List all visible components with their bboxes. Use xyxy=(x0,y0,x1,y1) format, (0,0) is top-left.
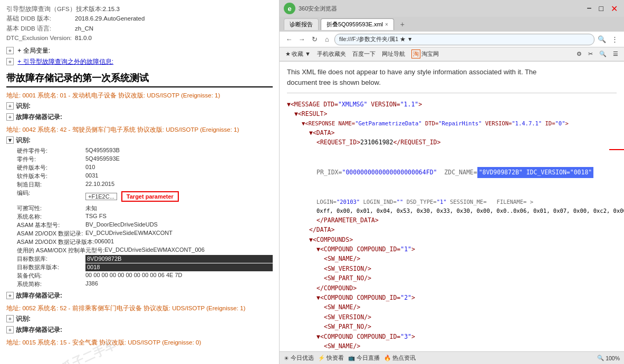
tab-xml[interactable]: 折叠5Q0959593E.xml × xyxy=(321,18,394,30)
more-btn[interactable]: ⋮ xyxy=(609,34,620,45)
xml-notice-line1: This XML file does not appear to have an… xyxy=(287,68,536,76)
ident1-label: 识别: xyxy=(16,102,31,111)
didb-ver-label: 基础 DIDB 版本: xyxy=(6,14,75,23)
taobao-icon: 淘 xyxy=(411,50,420,58)
search-icon[interactable]: 🔍 xyxy=(597,34,607,45)
xml-line-2: ▼<RESPONSE NAME="GetParametrizeData" DTD… xyxy=(287,119,617,128)
left-panel: 引导型故障查询（GFS）技术版本:2.15.3 基础 DIDB 版本:2018.… xyxy=(0,0,280,364)
toolbar-search2[interactable]: 🔍 xyxy=(598,50,608,58)
toolbar-menu[interactable]: ☰ xyxy=(611,50,620,58)
browser-chrome: e 360安全浏览器 − □ ✕ 诊断报告 折叠5Q0959593E.xml ×… xyxy=(280,0,624,62)
toolbar-collect[interactable]: ★ 收藏 ▼ xyxy=(284,50,312,58)
global-vars-expand[interactable]: + xyxy=(6,47,14,54)
xml-line-15: </COMPOUND> xyxy=(287,283,617,293)
sw-ver-row: 软件版本号: 0031 xyxy=(17,172,273,180)
toolbar-baidu[interactable]: 百度一下 xyxy=(351,50,377,58)
new-tab-btn[interactable]: + xyxy=(396,18,409,30)
xml-line-19: <SW_PART_NO/> xyxy=(287,322,617,331)
subsystem3-title: 地址: 0052 系统名: 52 - 前排乘客侧车门电子设备 协议改版: UDS… xyxy=(6,304,273,312)
ident2-expand[interactable]: ▼ xyxy=(6,136,14,144)
fault4-block: + 故障存储器记录: xyxy=(6,326,273,335)
highlighted-params: "8VD909872B" IDC_VERSION="0018" xyxy=(477,167,594,178)
code-row: 编码: +F1E2C... Target parameter xyxy=(17,189,273,204)
subsystem2-events-link[interactable]: Ereignisse: 1 xyxy=(202,126,237,133)
collect-label: 收藏 ▼ xyxy=(292,50,311,58)
asam-2d-ver-row: ASAM 2D/ODX 数据记录版本: 006001 xyxy=(17,238,273,246)
writable-row: 可擦写性: 未知 xyxy=(17,204,273,212)
fault1-block: + 故障存储器记录: xyxy=(6,113,273,122)
address-text: file:///F:/参数文件夹/属1 ★ ▼ xyxy=(339,36,412,43)
ident3-label: 识别: xyxy=(16,314,31,323)
xml-line-4: <REQUEST_ID>231061982</REQUEST_ID> xyxy=(287,137,617,147)
xml-line-21: <SW_NAME/> xyxy=(287,341,617,351)
subsystem2-title: 地址: 0042 系统名: 42 - 驾驶员侧车门电子系统 协议改版: UDS/… xyxy=(6,126,273,134)
subsystem3-events-link[interactable]: Ereignisse: 1 xyxy=(208,305,244,311)
target-data-ver-row: 目标数据库版本: 0018 xyxy=(17,263,273,271)
toolbar-mobile[interactable]: 手机收藏夹 xyxy=(315,50,348,58)
browser-statusbar: ☀ 今日优选 ⚡ 快资看 📺 今日直播 🔥 热点资讯 🔍 100% xyxy=(280,351,624,364)
xml-line-20: ▼<COMPOUND COMPOUND_ID="3"> xyxy=(287,332,617,341)
dtc-excl-val: 81.0.0 xyxy=(75,35,92,41)
ident3-expand[interactable]: + xyxy=(6,315,14,322)
forward-btn[interactable]: → xyxy=(296,34,307,45)
xml-line-12: <SW_NAME/> xyxy=(287,254,617,263)
xml-notice: This XML file does not appear to have an… xyxy=(287,67,617,93)
toolbar-cut[interactable]: ✂ xyxy=(587,50,594,58)
close-icon[interactable]: ✕ xyxy=(611,4,618,14)
toolbar-webguide[interactable]: 网址导航 xyxy=(380,50,407,58)
gfs-label: 引导型故障查询（GFS）技术版本: xyxy=(6,4,103,14)
quick-reply-item[interactable]: ⚡ 快资看 xyxy=(318,355,344,362)
hw-ver-row: 硬件版本号: 010 xyxy=(17,164,273,172)
restore-icon[interactable]: □ xyxy=(599,4,603,13)
minimize-icon[interactable]: − xyxy=(587,4,591,13)
fault3-expand[interactable]: + xyxy=(6,292,14,299)
subsystem4-events-link[interactable]: Ereignisse: 0 xyxy=(164,339,199,346)
today-update-icon: ☀ xyxy=(284,355,289,361)
equipment-row: 装备代码: 00 00 00 00 00 00 00 00 00 06 4E 7… xyxy=(17,272,273,280)
tab-bar: 诊断报告 折叠5Q0959593E.xml × + xyxy=(280,17,624,32)
date-row: 制造日期: 22.10.2015 xyxy=(17,181,273,189)
fault1-expand[interactable]: + xyxy=(6,113,14,121)
asam-basic-row: ASAM 基本型号: BV_DoorElecDriveSideUDS xyxy=(17,221,273,229)
back-btn[interactable]: ← xyxy=(284,34,294,45)
dtc-excl-label: DTC_Exclusion Version: xyxy=(6,33,75,43)
section-title: 带故障存储记录的第一次系统测试 xyxy=(6,72,273,87)
today-live-label: 今日直播 xyxy=(357,355,380,362)
title-bar-text: 360安全浏览器 xyxy=(299,5,337,13)
fault4-expand[interactable]: + xyxy=(6,326,14,333)
ident1-expand[interactable]: + xyxy=(6,102,14,110)
subsystem1-events-link[interactable]: Ereignisse: 1 xyxy=(183,92,218,99)
today-update-item[interactable]: ☀ 今日优选 xyxy=(284,355,314,362)
toolbar-settings[interactable]: ⚙ xyxy=(575,50,583,58)
xml-line-16: ▼<COMPOUND COMPOUND_ID="2"> xyxy=(287,293,617,302)
tab-xml-close[interactable]: × xyxy=(385,22,388,27)
ident1-block: + 识别: xyxy=(6,102,273,111)
fault3-block: + 故障存储器记录: xyxy=(6,291,273,300)
sys-name-row: 系统名称: TSG FS xyxy=(17,213,273,221)
zoom-item[interactable]: 🔍 100% xyxy=(597,355,620,361)
xml-line-22: <SW_VERSION/> xyxy=(287,351,617,351)
fault4-label: 故障存储器记录: xyxy=(16,326,62,335)
extra-faults-link[interactable]: + 引导型故障查询之外的故障信息: xyxy=(17,58,113,65)
star-icon: ★ xyxy=(285,51,291,57)
hot-news-item[interactable]: 🔥 热点资讯 xyxy=(384,355,416,362)
today-update-label: 今日优选 xyxy=(291,355,314,362)
xml-line-6: LOGIN="20103" LOGIN_IND="" DSD_TYPE="1" … xyxy=(287,198,617,206)
xml-line-5: PR_IDX="0000000000000000000064FD" ZDC_NA… xyxy=(287,147,617,198)
hot-news-label: 热点资讯 xyxy=(392,355,416,362)
xml-line-10: ▼<COMPOUNDS> xyxy=(287,235,617,244)
xml-content-area: This XML file does not appear to have an… xyxy=(280,62,624,351)
address-bar[interactable]: file:///F:/参数文件夹/属1 ★ ▼ xyxy=(334,34,594,45)
hot-news-icon: 🔥 xyxy=(384,355,391,361)
xml-line-17: <SW_NAME/> xyxy=(287,302,617,312)
home-btn[interactable]: ⌂ xyxy=(322,34,332,45)
tab-diagnostic[interactable]: 诊断报告 xyxy=(284,18,319,30)
gfs-val: 2.15.3 xyxy=(103,6,120,12)
today-live-item[interactable]: 📺 今日直播 xyxy=(348,355,380,362)
refresh-btn[interactable]: ↻ xyxy=(309,34,320,45)
subsystem4-title: 地址: 0015 系统名: 15 - 安全气囊 协议改版: UDS/ISOTP … xyxy=(6,339,273,347)
red-arrow-svg xyxy=(604,139,624,160)
toolbar-taobao[interactable]: 淘 淘宝网 xyxy=(410,49,440,59)
subsystem1-title: 地址: 0001 系统名: 01 - 发动机电子设备 协议改版: UDS/ISO… xyxy=(6,92,273,100)
extra-faults-expand[interactable]: + xyxy=(6,58,14,65)
